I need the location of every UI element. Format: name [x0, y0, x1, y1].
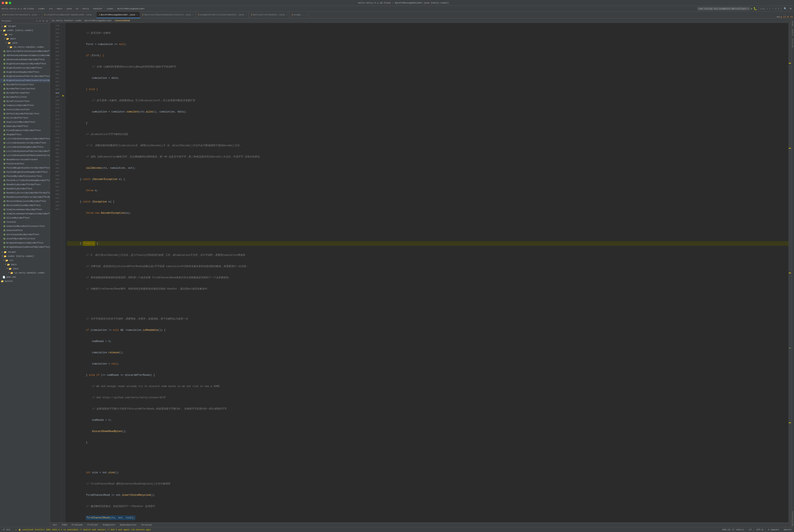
tab-nettyserverhandler2[interactable]: J NettyServerHandler2.java ✕ [0, 12, 42, 18]
sidebar-item-littleendian-composite[interactable]: LittleEndianCompositeByteBufTest [0, 137, 50, 141]
nav-netty[interactable]: netty [82, 7, 89, 10]
folder-main[interactable]: ▼ 📂 main [0, 37, 50, 41]
sidebar-item-unpooled[interactable]: UnpooledTest [0, 228, 50, 232]
sidebar-sync-btn[interactable]: ⟳ [39, 20, 41, 22]
sidebar-item-heapbuf[interactable]: HeapBufTest [0, 132, 50, 137]
sidebar-item-simple-leakaware-composite[interactable]: SimpleLeakAwareCompositeByteBufTest [0, 212, 50, 216]
run-config-selector[interactable]: com.tuling.nio.example3.NettyClient ▾ [697, 7, 750, 11]
nav-src[interactable]: src [49, 7, 53, 10]
folder-java2[interactable]: ▼ 📂 java [0, 267, 50, 271]
status-git[interactable]: Git [6, 529, 11, 531]
nav-main[interactable]: main [57, 7, 62, 10]
nav-project[interactable]: netty-netty-4.1.38.Final [1, 7, 34, 10]
tab-bytetomessagedecoder[interactable]: J ByteToMessageDecoder.java ✕ [96, 12, 140, 18]
close-icon[interactable]: ✕ [136, 14, 137, 16]
sidebar-item-emptybytebuf[interactable]: EmptyByteBufTest [0, 124, 50, 128]
status-lf[interactable]: LF [749, 529, 752, 531]
folder-src2[interactable]: ▼ 📂 src [0, 258, 50, 263]
close-icon[interactable]: ✕ [93, 14, 94, 16]
close-icon[interactable]: ✕ [286, 14, 287, 16]
maven-panel-tab[interactable]: Maven [792, 19, 794, 27]
scroll-right-icon[interactable]: ▶ [779, 15, 780, 18]
sidebar-item-readonly-direct[interactable]: ReadOnlyDirectByteBufBufferBufTest [0, 191, 50, 195]
sidebar-item-bigendian-unsafedirect[interactable]: BigEndianUnsafeDirectByteBufTest [0, 74, 50, 78]
status-warning-text[interactable]: 🔒 Localized IntelliJ IDEA 2022.2.4 is av… [18, 529, 151, 531]
sidebar-collapse-btn[interactable]: ≡ [36, 20, 38, 22]
folder-codec[interactable]: ▶ 📁 codec [netty-codec] [0, 28, 50, 33]
sidebar-item-readonly-unsafe-direct[interactable]: ReadOnlyUnsafeDirectByteBufferBufTest [0, 195, 50, 199]
sidebar-item-littleendian-unsafenocleanerdirect[interactable]: LittleEndianUnsafeNoCleanerDirectByteBuf… [0, 153, 50, 157]
tab-git[interactable]: Git [52, 523, 58, 527]
sidebar-item-littleendian-direct[interactable]: LittleEndianDirectByteBufTest [0, 141, 50, 145]
status-position[interactable]: 366:22 (7 chars) [722, 529, 744, 531]
breadcrumb-method[interactable]: channelRead [115, 19, 130, 22]
close-icon[interactable]: ✕ [245, 14, 246, 16]
run-button[interactable]: ▶ [751, 7, 753, 11]
sidebar-item-bytebuf-stream[interactable]: ByteBufStreamTest [0, 91, 50, 95]
sidebar-item-bigendian-heap[interactable]: BigEndianHeapByteBufTest [0, 70, 50, 74]
sidebar-item-mytest[interactable]: 📁 mytest [0, 279, 50, 283]
folder-io-netty[interactable]: ▼ 📂 io.netty.handler.codec [0, 45, 50, 49]
tab-nettyclienthandler[interactable]: J example3/NettyClientHandler.java ✕ [196, 12, 249, 18]
gradle-panel-tab[interactable]: Gradle [792, 28, 794, 37]
sidebar-item-noop[interactable]: NoopResourceLeakTracker [0, 157, 50, 162]
sidebar-item-directbuffer[interactable]: DirectBufferTest [0, 116, 50, 120]
notifications-panel-tab[interactable]: Notifications [792, 510, 794, 527]
nav-codec2[interactable]: codec [107, 7, 113, 10]
debug-button[interactable]: 🐛 [753, 7, 757, 11]
sidebar-item-readonly-bytebuffer[interactable]: ReadOnlyByteBufferBufTest [0, 183, 50, 187]
close-icon[interactable]: ✕ [192, 14, 193, 16]
sidebar-item-pooled-bigendian-direct[interactable]: PooledBigEndianDirectByteBufTest [0, 166, 50, 170]
nav-decoder[interactable]: ByteToMessageDecoder [117, 7, 145, 10]
sidebar-item-bytebuf-allocator[interactable]: ByteBufAllocatorTest [0, 82, 50, 87]
folder-target2[interactable]: ▶ 📁 target [0, 250, 50, 254]
sidebar-item-unreleaseablebytebuf[interactable]: UnreleaseableByteBufTest [0, 232, 50, 236]
sidebar-gear-btn[interactable]: ⚙ [42, 20, 45, 22]
tab-lengthfieldbased[interactable]: J LengthFieldBasedFrameDecoder.java ✕ [42, 12, 96, 18]
tab-dependencies[interactable]: Dependencies [118, 523, 137, 527]
settings-btn[interactable]: ⚙ [789, 7, 793, 11]
sidebar-item-abstractref[interactable]: AbstractReferenceCountedByteBufTest [0, 49, 50, 53]
services-panel-tab[interactable]: Services [792, 37, 794, 49]
sidebar-expand-btn[interactable]: ⊞ [45, 20, 48, 22]
tab-abstractchannelhandler[interactable]: J AbstractChannelHandlerContext.java ✕ [140, 12, 196, 18]
sidebar-item-littleendian-heap[interactable]: LittleEndianHeapByteBufTest [0, 145, 50, 149]
tab-profiler[interactable]: Profiler [86, 523, 99, 527]
sidebar-item-retained-sliced[interactable]: RetainedSlicedByteBufTest [0, 203, 50, 207]
sidebar-item-byteprocessor[interactable]: ByteProcessorTest [0, 99, 50, 103]
folder-java[interactable]: ▼ 📂 java [0, 41, 50, 45]
maximize-btn[interactable] [9, 2, 11, 4]
close-icon[interactable]: ✕ [306, 14, 307, 16]
sidebar-item-wrappedunpooled-unsafe[interactable]: WrappedUnpooledUnsafeByteBufTest [0, 245, 50, 249]
folder-target[interactable]: ▶ 📁 target [0, 24, 50, 28]
status-encoding[interactable]: UTF-8 [756, 529, 763, 531]
close-btn[interactable] [2, 2, 4, 4]
close-icon[interactable]: ✕ [39, 14, 40, 16]
nav-java[interactable]: java [66, 7, 72, 10]
tab-todo[interactable]: TODO [60, 523, 68, 527]
sidebar-item-unpooled-allocator[interactable]: UnpooledByteBufAllocatorTest [0, 224, 50, 228]
status-warning[interactable]: ⚠ [15, 528, 17, 531]
breadcrumb-class[interactable]: ByteToMessageDecoder [85, 19, 112, 22]
scroll-left-icon[interactable]: ◀ [776, 15, 778, 18]
sidebar-item-duplicated[interactable]: DuplicatedByteBufTest [0, 120, 50, 124]
folder-main2[interactable]: ▼ 📂 main [0, 263, 50, 267]
tab-problems[interactable]: Problems [71, 523, 84, 527]
code-container[interactable]: 348 349 350 351 352 353 354 355 356 357 … [50, 23, 791, 522]
sidebar-item-wrappedcomposite[interactable]: WrappedCompositeByteBufTest [0, 241, 50, 245]
tab-terminal[interactable]: Terminal [140, 523, 153, 527]
sidebar-item-poolarena[interactable]: PoolArenaTest [0, 162, 50, 166]
status-indent[interactable]: 4 spaces [768, 529, 779, 531]
folder-io-netty-handler[interactable]: ▼ 📂 io.netty.handler.codec [0, 271, 50, 275]
search-everywhere-btn[interactable]: 🔍 [783, 7, 788, 11]
sidebar-item-sliced[interactable]: SlicedByteBufTest [0, 216, 50, 220]
sidebar-item-composite[interactable]: CompositeByteBufTest [0, 103, 50, 108]
sidebar-item-pooled-littleendian-heap[interactable]: PooledLittleEndianHeapByteBufTest [0, 178, 50, 183]
sidebar-item-pooled-bigendian-heap[interactable]: PooledBigEndianHeapByteBufTest [0, 170, 50, 174]
sidebar-item-consolidation[interactable]: ConsolidationTest [0, 108, 50, 112]
sidebar-item-bigendian-composite[interactable]: BigEndianCompositeByteBufTest [0, 62, 50, 66]
sidebar-item-advancedleak-composite[interactable]: AdvancedLeakAwareCompositeByteBufTest [0, 53, 50, 57]
code-editor[interactable]: // 是否为第一次解码 first = cumulation == null; … [66, 23, 789, 522]
status-branch[interactable]: master [783, 529, 792, 531]
sidebar-item-bytebuf-util[interactable]: ByteBufUtilTest [0, 95, 50, 99]
